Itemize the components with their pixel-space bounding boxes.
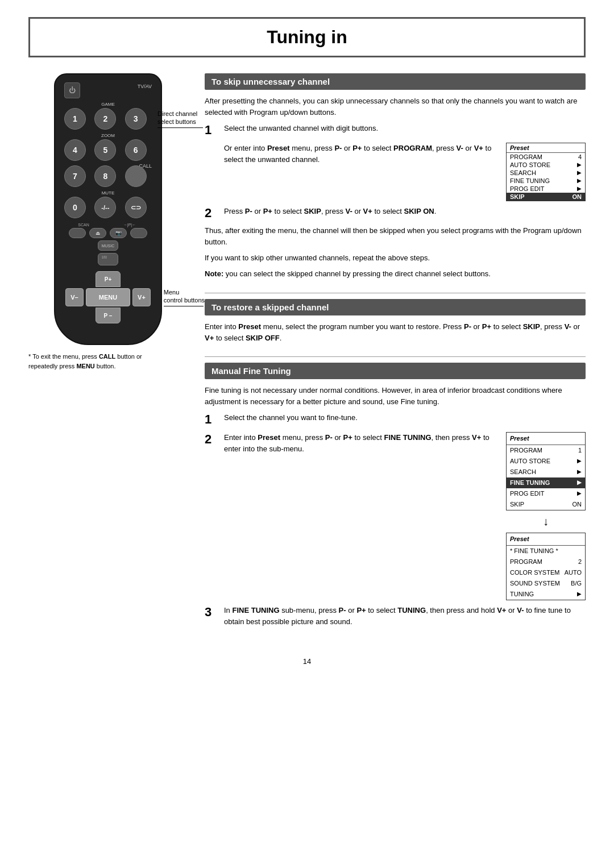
btn-a[interactable]: ⏏ bbox=[89, 228, 106, 238]
digit-3[interactable]: 3 bbox=[125, 108, 147, 130]
btn-b[interactable]: 📷 bbox=[110, 228, 127, 238]
pip-label: →|P|← bbox=[118, 223, 141, 227]
note3-text: Note: you can select the skipped channel… bbox=[205, 268, 586, 280]
step1-text: Select the unwanted channel with digit b… bbox=[224, 123, 586, 134]
preset2-row-3-highlighted: FINE TUNING▶ bbox=[507, 477, 585, 488]
nav-up-area: P+ bbox=[65, 271, 151, 287]
scan-button[interactable] bbox=[69, 228, 86, 238]
power-button[interactable]: ⏻ bbox=[64, 82, 80, 98]
section1-intro: After presetting the channels, you can s… bbox=[205, 95, 586, 118]
digit-grid-mid: 4 5 6 bbox=[64, 139, 152, 161]
preset3-row-3: SOUND SYSTEMB/G bbox=[507, 578, 585, 589]
v-plus-button[interactable]: V+ bbox=[132, 288, 151, 306]
ft-step2-with-preset: Enter into Preset menu, press P- or P+ t… bbox=[224, 432, 586, 601]
left-column: ⏻ TV/AV GAME 1 2 3 bbox=[28, 73, 188, 640]
section3-heading: Manual Fine Tuning bbox=[205, 363, 586, 379]
ft-step1-number: 1 bbox=[205, 412, 221, 427]
step2-number: 2 bbox=[205, 206, 221, 221]
step2-row: 2 Press P- or P+ to select SKIP, press V… bbox=[205, 206, 586, 221]
v-minus-button[interactable]: V– bbox=[65, 288, 84, 306]
iii-label: I/II bbox=[98, 254, 118, 260]
digit-dash[interactable]: -/-- bbox=[94, 197, 116, 218]
arrow-down: ↓ bbox=[543, 513, 549, 530]
step1-row: 1 Select the unwanted channel with digit… bbox=[205, 123, 586, 138]
preset-box-1: Preset PROGRAM4 AUTO STORE▶ SEARCH▶ bbox=[506, 143, 586, 201]
preset2-row-5: SKIPON bbox=[507, 499, 585, 510]
preset1-row-1: AUTO STORE▶ bbox=[507, 161, 585, 169]
digit-grid-last: 0 -/-- ⊂⊃ bbox=[64, 197, 152, 218]
divider-2 bbox=[205, 356, 586, 357]
step2-content: Press P- or P+ to select SKIP, press V- … bbox=[224, 206, 586, 217]
step1-sub: Or enter into Preset menu, press P- or P… bbox=[224, 143, 586, 201]
section-skip-channel: To skip unnecessary channel After preset… bbox=[205, 73, 586, 280]
mute-label: MUTE bbox=[64, 190, 152, 196]
preset1-title: Preset bbox=[507, 143, 585, 153]
preset-box-3: Preset * FINE TUNING * PROGRAM2 COLOR SY… bbox=[506, 533, 586, 600]
page-number: 14 bbox=[28, 657, 586, 666]
digit-1[interactable]: 1 bbox=[64, 108, 86, 130]
preset2-row-2: SEARCH▶ bbox=[507, 467, 585, 477]
preset3-row-4: TUNING▶ bbox=[507, 589, 585, 600]
section2-heading: To restore a skipped channel bbox=[205, 299, 586, 315]
menu-control-label: Menu control buttons bbox=[164, 288, 205, 306]
iii-button[interactable]: I/II bbox=[98, 253, 118, 265]
scan-label: SCAN bbox=[75, 223, 92, 227]
digit-4[interactable]: 4 bbox=[64, 139, 86, 161]
call-button[interactable] bbox=[125, 165, 147, 187]
nav-middle-area: V– MENU V+ bbox=[65, 288, 151, 306]
preset2-row-4: PROG EDIT▶ bbox=[507, 488, 585, 499]
digit-symbol[interactable]: ⊂⊃ bbox=[125, 197, 147, 218]
step1-content: Select the unwanted channel with digit b… bbox=[224, 123, 586, 134]
digit-6[interactable]: 6 bbox=[125, 139, 147, 161]
main-content: ⏻ TV/AV GAME 1 2 3 bbox=[28, 73, 586, 640]
music-button[interactable]: MUSIC bbox=[98, 240, 118, 251]
page: Tuning in ⏻ TV/AV GAME bbox=[0, 0, 614, 868]
divider-1 bbox=[205, 293, 586, 293]
ft-step2-row: 2 Enter into Preset menu, press P- or P+… bbox=[205, 432, 586, 601]
section1-heading: To skip unnecessary channel bbox=[205, 73, 586, 90]
step1-with-preset: Or enter into Preset menu, press P- or P… bbox=[224, 143, 586, 201]
preset3-row-1: PROGRAM2 bbox=[507, 556, 585, 567]
ft-step3-row: 3 In FINE TUNING sub-menu, press P- or P… bbox=[205, 605, 586, 628]
preset1-row-3: FINE TUNING▶ bbox=[507, 177, 585, 185]
game-label: GAME bbox=[64, 102, 152, 107]
preset1-row-0: PROGRAM4 bbox=[507, 153, 585, 161]
direct-channel-label: Direct channel select buttons bbox=[157, 110, 209, 128]
digit-7[interactable]: 7 bbox=[64, 165, 86, 187]
p-plus-button[interactable]: P+ bbox=[96, 271, 121, 287]
ft-step1-text: Select the channel you want to fine-tune… bbox=[224, 412, 586, 423]
p-minus-button[interactable]: P – bbox=[96, 308, 121, 323]
digit-0[interactable]: 0 bbox=[64, 197, 86, 218]
ft-step1-row: 1 Select the channel you want to fine-tu… bbox=[205, 412, 586, 427]
digit-8[interactable]: 8 bbox=[94, 165, 116, 187]
preset1-row-5-highlighted: SKIPON bbox=[507, 193, 585, 201]
ft-step3-content: In FINE TUNING sub-menu, press P- or P+ … bbox=[224, 605, 586, 628]
preset1-row-4: PROG EDIT▶ bbox=[507, 185, 585, 193]
digit-5[interactable]: 5 bbox=[94, 139, 116, 161]
preset2-row-0: PROGRAM1 bbox=[507, 445, 585, 456]
nav-down-area: P – bbox=[65, 308, 151, 323]
preset2-row-1: AUTO STORE▶ bbox=[507, 456, 585, 467]
preset-box-2: Preset PROGRAM1 AUTO STORE▶ SEARCH▶ bbox=[506, 432, 586, 510]
ft-step2-presets: Preset PROGRAM1 AUTO STORE▶ SEARCH▶ bbox=[506, 432, 586, 601]
digit-2[interactable]: 2 bbox=[94, 108, 116, 130]
preset2-title: Preset bbox=[507, 433, 585, 445]
remote-wrapper: ⏻ TV/AV GAME 1 2 3 bbox=[28, 73, 188, 345]
digit-grid-bot: 7 8 bbox=[64, 165, 152, 187]
pip-button[interactable] bbox=[130, 228, 147, 238]
right-column: To skip unnecessary channel After preset… bbox=[205, 73, 586, 640]
note1-text: Thus, after exiting the menu, the channe… bbox=[205, 225, 586, 248]
section3-intro: Fine tuning is not necessary under norma… bbox=[205, 385, 586, 408]
ft-step2-number: 2 bbox=[205, 432, 221, 447]
preset3-row-2: COLOR SYSTEMAUTO bbox=[507, 567, 585, 578]
tv-av-label: TV/AV bbox=[138, 84, 152, 89]
zoom-label: ZOOM bbox=[64, 133, 152, 138]
step1-sub-text: Or enter into Preset menu, press P- or P… bbox=[224, 143, 498, 165]
section2-text: Enter into Preset menu, select the progr… bbox=[205, 321, 586, 344]
remote-footnote: * To exit the menu, press CALL button or… bbox=[28, 352, 188, 371]
ft-step3-number: 3 bbox=[205, 605, 221, 620]
nav-cluster: P+ V– MENU V+ P – bbox=[65, 271, 151, 323]
menu-button[interactable]: MENU bbox=[86, 288, 130, 306]
preset3-title: Preset bbox=[507, 533, 585, 546]
ft-step1-content: Select the channel you want to fine-tune… bbox=[224, 412, 586, 423]
